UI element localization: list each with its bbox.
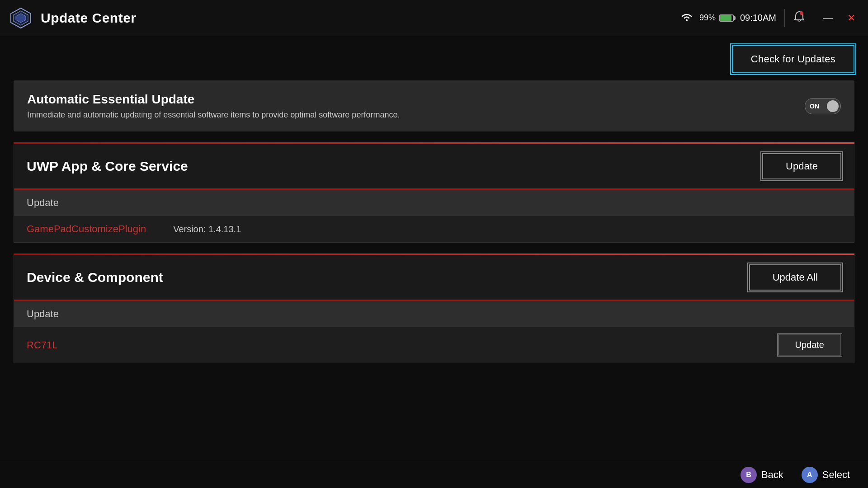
close-button[interactable]: ✕ bbox=[844, 10, 859, 26]
title-bar: Update Center 99% 09: bbox=[0, 0, 868, 36]
wifi-icon bbox=[680, 12, 693, 24]
uwp-section-title: UWP App & Core Service bbox=[27, 159, 188, 174]
select-circle-icon: A bbox=[802, 467, 818, 483]
device-update-all-button[interactable]: Update All bbox=[749, 264, 841, 291]
auto-update-text: Automatic Essential Update Immediate and… bbox=[27, 92, 400, 120]
uwp-update-button[interactable]: Update bbox=[762, 153, 841, 179]
uwp-section-body: Update GamePadCustomizePlugin Version: 1… bbox=[14, 190, 854, 242]
back-label: Back bbox=[761, 469, 783, 481]
device-item-name: RC71L bbox=[27, 339, 57, 351]
uwp-item-name: GamePadCustomizePlugin bbox=[27, 223, 146, 235]
battery-percent: 99% bbox=[699, 13, 716, 23]
check-for-updates-button[interactable]: Check for Updates bbox=[732, 45, 854, 73]
uwp-item-row: GamePadCustomizePlugin Version: 1.4.13.1 bbox=[14, 216, 854, 242]
uwp-update-row-label: Update bbox=[14, 190, 854, 216]
device-item-row: RC71L Update bbox=[14, 327, 854, 363]
auto-update-description: Immediate and automatic updating of esse… bbox=[27, 110, 400, 120]
device-section-title: Device & Component bbox=[27, 270, 163, 285]
toggle-container[interactable]: ON bbox=[805, 98, 841, 114]
time-display: 09:10AM bbox=[740, 13, 776, 23]
main-content: Check for Updates Automatic Essential Up… bbox=[0, 36, 868, 461]
select-circle-label: A bbox=[807, 471, 812, 479]
window-controls: — ✕ bbox=[819, 10, 859, 26]
notification-icon bbox=[793, 10, 806, 26]
select-action[interactable]: A Select bbox=[802, 467, 850, 483]
uwp-item-name-version: GamePadCustomizePlugin Version: 1.4.13.1 bbox=[27, 223, 241, 235]
app-logo-icon bbox=[9, 6, 33, 30]
back-circle-label: B bbox=[746, 471, 751, 479]
device-item-update-button[interactable]: Update bbox=[778, 334, 842, 356]
device-section-header: Device & Component Update All bbox=[14, 255, 854, 301]
back-action[interactable]: B Back bbox=[741, 467, 783, 483]
select-label: Select bbox=[822, 469, 850, 481]
device-section-card: Device & Component Update All Update RC7… bbox=[14, 255, 854, 363]
uwp-item-version: Version: 1.4.13.1 bbox=[173, 224, 241, 235]
title-bar-left: Update Center bbox=[9, 6, 137, 30]
title-bar-right: 99% 09:10AM — ✕ bbox=[680, 9, 859, 27]
check-updates-row: Check for Updates bbox=[14, 45, 854, 73]
back-circle-icon: B bbox=[741, 467, 757, 483]
bottom-bar: B Back A Select bbox=[0, 461, 868, 488]
status-icons: 99% 09:10AM bbox=[680, 9, 806, 27]
svg-point-3 bbox=[686, 19, 688, 21]
device-section-body: Update RC71L Update bbox=[14, 301, 854, 363]
uwp-section-card: UWP App & Core Service Update Update Gam… bbox=[14, 144, 854, 243]
auto-update-title: Automatic Essential Update bbox=[27, 92, 400, 107]
auto-update-toggle[interactable]: ON bbox=[805, 98, 841, 114]
toggle-on-label: ON bbox=[810, 103, 819, 110]
separator bbox=[784, 9, 785, 27]
device-update-row-label: Update bbox=[14, 301, 854, 327]
app-title: Update Center bbox=[41, 10, 137, 26]
auto-update-section: Automatic Essential Update Immediate and… bbox=[14, 80, 854, 131]
toggle-knob bbox=[827, 100, 839, 112]
minimize-button[interactable]: — bbox=[819, 10, 836, 26]
battery-icon: 99% bbox=[699, 13, 734, 23]
svg-point-4 bbox=[800, 11, 803, 15]
uwp-section-header: UWP App & Core Service Update bbox=[14, 144, 854, 190]
